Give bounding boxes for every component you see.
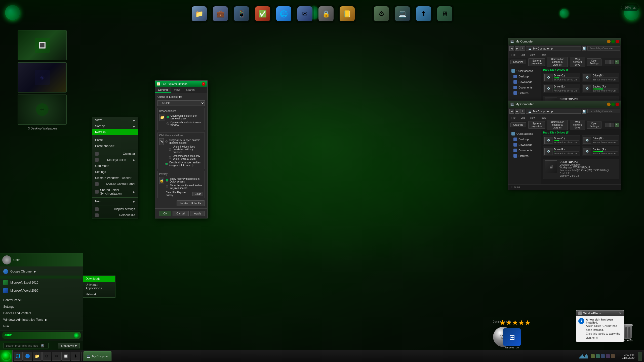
window-2-help-btn[interactable]: ?	[615, 123, 619, 127]
window-1-sidebar-documents[interactable]: Documents	[508, 85, 541, 90]
ctx-refresh[interactable]: Refresh	[92, 129, 138, 135]
dialog-tab-general[interactable]: General	[155, 87, 171, 93]
taskbar-start-btn[interactable]	[0, 350, 13, 362]
window-2-titlebar[interactable]: 💻 My Computer	[508, 101, 621, 108]
dock-icon-todo[interactable]: ✅	[254, 5, 272, 23]
window-2-up[interactable]: ⬆	[520, 109, 525, 114]
window-1-drive-f[interactable]: 💿 Backup (F:) 270 GB free of 465 GB	[582, 84, 619, 93]
wallpaper-thumb-1[interactable]: 🔳	[18, 30, 67, 60]
submenu-downloads[interactable]: Downloads	[83, 276, 115, 282]
dialog-tab-view[interactable]: View	[171, 87, 183, 93]
dock-icon-monitor[interactable]: 🖥	[436, 5, 454, 23]
window-2-tab-tools[interactable]: Tools	[538, 116, 548, 120]
window-2-view-large[interactable]	[606, 123, 610, 127]
dock-icon-notes[interactable]: 📒	[338, 5, 356, 23]
ctx-sortby[interactable]: Sort by ▶	[92, 123, 138, 129]
start-menu-run[interactable]: Run...	[0, 323, 83, 330]
submenu-universal-apps[interactable]: Universal Applications	[83, 282, 115, 291]
ctx-personalize[interactable]: Personalize	[92, 212, 138, 218]
radio-double-click[interactable]	[165, 163, 168, 165]
notification-close-btn[interactable]: ✕	[619, 311, 622, 315]
window-1-tab-view[interactable]: View	[528, 53, 537, 57]
checkbox-recent-files[interactable]	[166, 179, 168, 182]
dialog-ok-btn[interactable]: OK	[159, 211, 171, 216]
window-2-drive-d[interactable]: 💿 Drive (D:) 465 GB free of 465 GB	[582, 135, 619, 145]
window-1-address[interactable]: 💻 My Computer ▶	[526, 46, 581, 51]
privacy-option-frequent[interactable]: Show frequently used folders in Quick ac…	[166, 184, 203, 190]
radio-same-window[interactable]	[167, 116, 169, 118]
start-menu-settings[interactable]: Settings	[0, 303, 83, 310]
window-2-organize-btn[interactable]: Organize	[510, 122, 526, 127]
window-1-network-btn[interactable]: Map network drive	[570, 57, 585, 67]
clear-btn[interactable]: Clear	[192, 192, 203, 196]
taskbar-clock[interactable]: 3:07 PM 11/8/2020	[619, 353, 637, 359]
window-1-drive-d[interactable]: 💿 Drive (D:) 465 GB free of 465 GB	[582, 73, 619, 82]
ctx-uwt[interactable]: Ultimate Windows Tweaker	[92, 175, 138, 181]
window-2-minimize[interactable]	[607, 103, 611, 106]
window-1-tab-file[interactable]: File	[509, 53, 517, 57]
search-bar[interactable]: 🔍	[3, 343, 49, 348]
window-2-network-btn[interactable]: Map network drive	[570, 120, 585, 130]
window-1-uninstall-btn[interactable]: Uninstall or change a program	[547, 57, 568, 67]
window-2-close[interactable]	[616, 103, 619, 106]
window-2-tab-edit[interactable]: Edit	[518, 116, 527, 120]
window-1-forward[interactable]: ▶	[515, 46, 519, 51]
click-option-single[interactable]: Single-click to open an item (point to s…	[165, 138, 203, 145]
window-2-sidebar-quickaccess[interactable]: Quick access	[508, 131, 541, 137]
window-1-search[interactable]	[587, 46, 620, 51]
tray-update-icon[interactable]	[606, 354, 610, 358]
ctx-paste[interactable]: Paste	[92, 137, 138, 143]
window-2-refresh[interactable]: 🔄	[582, 109, 586, 114]
dock-icon-updater[interactable]: ⬆	[415, 5, 433, 23]
window-2-sidebar-downloads[interactable]: Downloads	[508, 142, 541, 148]
ctx-new[interactable]: New ▶	[92, 198, 138, 204]
taskbar-icon-folder[interactable]: 📁	[33, 352, 42, 361]
ctx-display-settings[interactable]: Display settings	[92, 206, 138, 212]
shutdown-btn[interactable]: Shut down ▶	[58, 343, 80, 348]
taskbar-icon-settings[interactable]: ⚙	[42, 352, 51, 361]
dock-icon-mail[interactable]: ✉	[296, 5, 314, 23]
tray-network-icon[interactable]	[591, 354, 595, 358]
start-menu-word[interactable]: Microsoft Word 2010	[0, 287, 83, 295]
window-1-sidebar-pictures[interactable]: Pictures	[508, 90, 541, 96]
window-2-maximize[interactable]	[611, 103, 615, 106]
start-menu-submenu[interactable]: Downloads Universal Applications Network	[0, 276, 83, 279]
click-option-underline1[interactable]: Underline icon titles consistent with my…	[165, 145, 203, 154]
window-1-sidebar-desktop[interactable]: Desktop	[508, 74, 541, 79]
window-2-drive-e[interactable]: 💿 Drive (E:) 465 GB free of 465 GB	[543, 147, 580, 156]
dock-icon-chrome[interactable]: 🌐	[275, 5, 293, 23]
dialog-close-btn[interactable]: ✕	[202, 82, 205, 86]
window-2-tab-file[interactable]: File	[509, 116, 517, 120]
window-2-forward[interactable]: ▶	[515, 109, 519, 114]
window-2-tab-view[interactable]: View	[528, 116, 537, 120]
window-2-view-details[interactable]	[610, 123, 614, 127]
taskbar-icon-ie[interactable]: 🌐	[14, 352, 23, 361]
search-submit-btn[interactable]: 🔍	[41, 344, 44, 347]
window-1-minimize[interactable]	[607, 40, 611, 43]
window-1-organize-btn[interactable]: Organize	[510, 60, 526, 64]
window-2-address[interactable]: 💻 My Computer ▶	[526, 109, 581, 114]
window-2-sysprops-btn[interactable]: System properties	[528, 121, 545, 129]
radio-underline-browser[interactable]	[169, 148, 171, 151]
search-programs-input[interactable]	[6, 344, 41, 347]
window-2-search[interactable]	[587, 109, 620, 113]
window-1-tab-tools[interactable]: Tools	[538, 53, 548, 57]
wallpaper-thumb-2[interactable]: ◈	[18, 62, 67, 93]
windowblinds-notification[interactable]: WindowBlinds ✕ ℹ A new skin has been ins…	[576, 310, 624, 342]
window-2-sidebar-pictures[interactable]: Pictures	[508, 153, 541, 159]
window-1-maximize[interactable]	[611, 40, 615, 43]
browse-option-own[interactable]: Open each folder in its own window	[167, 120, 203, 127]
ctx-view[interactable]: View ▶	[92, 117, 138, 123]
window-1-up[interactable]: ⬆	[520, 46, 525, 51]
ctx-sharedfolder[interactable]: Shared Folder Synchronization ▶	[92, 187, 138, 197]
radio-own-window[interactable]	[167, 122, 169, 125]
window-2-drive-f[interactable]: 💿 Backup (F:) 270 GB free of 465 GB	[582, 147, 619, 156]
taskbar-item-mycomputer[interactable]: 💻 My Computer	[84, 351, 111, 361]
window-1-close[interactable]	[616, 40, 619, 43]
dialog-tab-search[interactable]: Search	[183, 87, 198, 93]
tray-security-icon[interactable]	[601, 354, 605, 358]
window-1-titlebar[interactable]: 💻 My Computer	[508, 38, 621, 45]
ctx-displayfusion[interactable]: DisplayFusion ▶	[92, 157, 138, 163]
window-1-sidebar-quickaccess[interactable]: Quick access	[508, 68, 541, 74]
radio-single-click[interactable]	[165, 140, 168, 143]
